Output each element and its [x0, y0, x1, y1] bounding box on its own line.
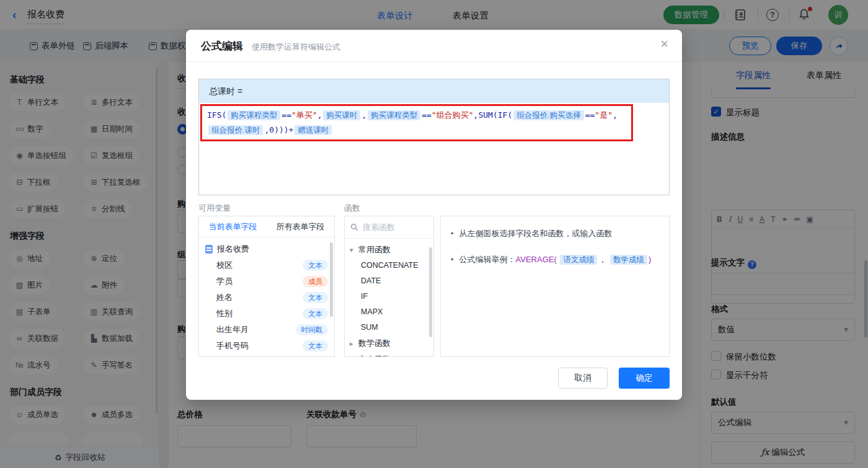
- variable-type-badge: 文本: [303, 292, 328, 303]
- bullet-icon: •: [451, 227, 454, 240]
- formula-edit-modal: 公式编辑 使用数学运算符编辑公式 × 总课时 = IFS(购买课程类型=="单买…: [186, 30, 682, 400]
- cancel-button[interactable]: 取消: [558, 368, 608, 389]
- formula-operator: ": [432, 110, 436, 120]
- variable-type-badge: 时间戳: [296, 324, 329, 335]
- function-category-label: 常用函数: [358, 244, 391, 255]
- function-item[interactable]: CONCATENATE: [345, 258, 433, 273]
- function-category-label: 数学函数: [358, 338, 391, 349]
- formula-operator: ,0)))+: [264, 125, 293, 135]
- bullet-icon: •: [451, 254, 454, 266]
- formula-field-chip[interactable]: 购买课时: [323, 110, 360, 120]
- variables-tabs: 当前表单字段 所有表单字段: [199, 216, 334, 237]
- functions-panel: ▾常用函数CONCATENATEDATEIFMAPXSUM▸数学函数▸文本函数: [344, 216, 434, 357]
- formula-field-chip[interactable]: 购买课程类型: [228, 110, 280, 120]
- search-icon: [350, 223, 358, 231]
- help-tip-2: • 公式编辑举例：AVERAGE( 语文成绩， 数学成绩): [451, 254, 659, 266]
- function-item[interactable]: IF: [345, 289, 433, 304]
- modal-title: 公式编辑: [201, 39, 243, 53]
- variables-panel: 当前表单字段 所有表单字段 报名收费校区文本学员成员姓名文本性别文本出生年月时间…: [198, 216, 335, 357]
- function-category[interactable]: ▾常用函数: [345, 242, 433, 258]
- help-tip-1: • 从左侧面板选择字段名和函数，或输入函数: [451, 227, 659, 240]
- tab-current-form-fields[interactable]: 当前表单字段: [199, 216, 267, 237]
- variables-scrollbar[interactable]: [330, 242, 333, 317]
- formula-field-chip[interactable]: 组合报价.购买选择: [513, 110, 583, 120]
- variables-form-name: 报名收费: [217, 244, 249, 255]
- app-root: ‹ 报名收费 表单设计 表单设置 数据管理 ? 训 表单外链 后端脚本 数据权 …: [0, 0, 868, 468]
- function-search: [345, 216, 433, 239]
- formula-result-prefix: 总课时 =: [199, 79, 669, 103]
- chevron-right-icon: ▸: [350, 340, 358, 348]
- formula-expression[interactable]: IFS(购买课程类型=="单买",购买课时,购买课程类型=="组合购买",SUM…: [207, 108, 626, 138]
- variable-item[interactable]: 校区文本: [199, 257, 334, 273]
- variable-type-badge: 文本: [303, 308, 328, 319]
- variable-name: 姓名: [216, 292, 232, 303]
- formula-string-quote: ": [312, 110, 317, 120]
- formula-string-quote: ": [469, 110, 474, 120]
- variable-type-badge: 成员: [303, 276, 328, 287]
- confirm-button[interactable]: 确定: [619, 368, 670, 389]
- formula-field-chip[interactable]: 赠送课时: [294, 125, 332, 135]
- modal-header: 公式编辑 使用数学运算符编辑公式 ×: [186, 30, 682, 62]
- formula-function: IFS(: [207, 110, 226, 120]
- formula-string: 单买: [296, 110, 312, 120]
- variable-item[interactable]: 姓名文本: [199, 289, 334, 306]
- variables-label: 可用变量: [198, 203, 231, 214]
- formula-editor-box: 总课时 = IFS(购买课程类型=="单买",购买课时,购买课程类型=="组合购…: [198, 79, 670, 195]
- variable-name: 性别: [216, 308, 232, 319]
- variable-name: 出生年月: [216, 324, 249, 335]
- variable-type-badge: 文本: [303, 260, 328, 271]
- variable-type-badge: 文本: [303, 340, 328, 351]
- function-category[interactable]: ▸文本函数: [345, 351, 433, 357]
- variable-item[interactable]: 性别文本: [199, 306, 334, 322]
- formula-operator: ==: [422, 110, 432, 120]
- function-item[interactable]: DATE: [345, 273, 433, 289]
- variable-item[interactable]: 学员成员: [199, 273, 334, 289]
- variable-name: 校区: [216, 260, 232, 271]
- variable-name: 手机号码: [216, 340, 249, 351]
- formula-operator: ": [595, 110, 600, 120]
- function-category-label: 文本函数: [358, 354, 391, 357]
- tab-all-form-fields[interactable]: 所有表单字段: [267, 216, 334, 237]
- variables-form-root[interactable]: 报名收费: [199, 241, 334, 257]
- example-field-chip: 语文成绩: [560, 255, 597, 265]
- chevron-right-icon: ▸: [350, 356, 358, 358]
- formula-operator: ,: [317, 110, 322, 120]
- variable-item[interactable]: 手机号码文本: [199, 338, 334, 354]
- formula-operator: ,: [361, 110, 366, 120]
- formula-operator: ,: [613, 110, 618, 120]
- functions-label: 函数: [344, 203, 360, 214]
- function-search-input[interactable]: [363, 223, 418, 232]
- formula-string: 是: [600, 110, 608, 120]
- formula-string: 组合购买: [436, 110, 469, 120]
- formula-input-area[interactable]: IFS(购买课程类型=="单买",购买课时,购买课程类型=="组合购买",SUM…: [199, 103, 669, 195]
- example-function: AVERAGE(: [516, 255, 557, 264]
- formula-function: SUM(IF(: [478, 110, 512, 120]
- functions-scrollbar[interactable]: [429, 247, 432, 337]
- formula-highlight-box: IFS(购买课程类型=="单买",购买课时,购买课程类型=="组合购买",SUM…: [200, 104, 633, 141]
- formula-field-chip[interactable]: 组合报价.课时: [208, 125, 263, 135]
- formula-help-panel: • 从左侧面板选择字段名和函数，或输入函数 • 公式编辑举例：AVERAGE( …: [440, 216, 670, 357]
- formula-field-chip[interactable]: 购买课程类型: [368, 110, 420, 120]
- formula-string-quote: ": [608, 110, 613, 120]
- function-item[interactable]: SUM: [345, 320, 433, 335]
- modal-subtitle: 使用数学运算符编辑公式: [252, 42, 340, 53]
- form-doc-icon: [205, 245, 213, 254]
- variable-name: 学员: [216, 276, 232, 287]
- chevron-down-icon: ▾: [350, 246, 358, 254]
- close-icon[interactable]: ×: [660, 37, 668, 51]
- function-item[interactable]: MAPX: [345, 304, 433, 320]
- variable-item[interactable]: 出生年月时间戳: [199, 322, 334, 338]
- formula-operator: ==: [585, 110, 595, 120]
- formula-operator: ==: [281, 110, 291, 120]
- function-category[interactable]: ▸数学函数: [345, 335, 433, 351]
- formula-operator: ": [291, 110, 296, 120]
- example-field-chip: 数学成绩: [610, 255, 647, 265]
